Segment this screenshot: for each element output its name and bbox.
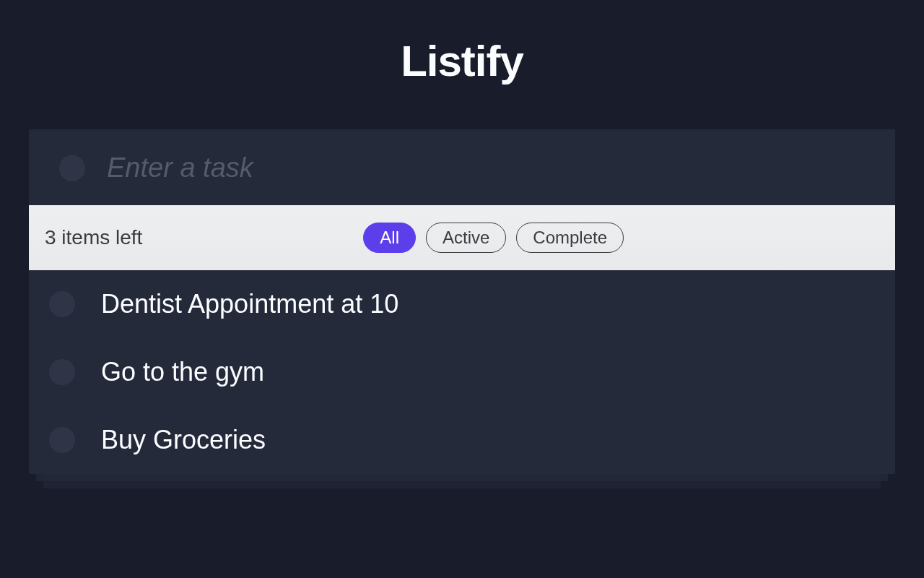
app-title: Listify [29, 36, 895, 86]
items-left-label: 3 items left [45, 226, 142, 249]
task-toggle-icon[interactable] [49, 427, 75, 453]
task-toggle-icon[interactable] [49, 291, 75, 317]
task-input-row [29, 129, 895, 205]
task-item: Dentist Appointment at 10 [29, 270, 895, 338]
task-item: Buy Groceries [29, 406, 895, 474]
filter-all-button[interactable]: All [363, 223, 416, 253]
task-text: Buy Groceries [101, 425, 266, 455]
task-item: Go to the gym [29, 338, 895, 406]
input-bullet-icon [59, 155, 85, 181]
filter-button-group: All Active Complete [363, 223, 624, 253]
task-toggle-icon[interactable] [49, 359, 75, 385]
filter-bar: 3 items left All Active Complete [29, 205, 895, 270]
todo-card: 3 items left All Active Complete Dentist… [29, 129, 895, 474]
task-text: Dentist Appointment at 10 [101, 289, 398, 319]
filter-complete-button[interactable]: Complete [516, 223, 624, 253]
task-text: Go to the gym [101, 357, 264, 387]
task-input[interactable] [107, 152, 875, 184]
filter-active-button[interactable]: Active [426, 223, 506, 253]
task-list: Dentist Appointment at 10 Go to the gym … [29, 270, 895, 474]
